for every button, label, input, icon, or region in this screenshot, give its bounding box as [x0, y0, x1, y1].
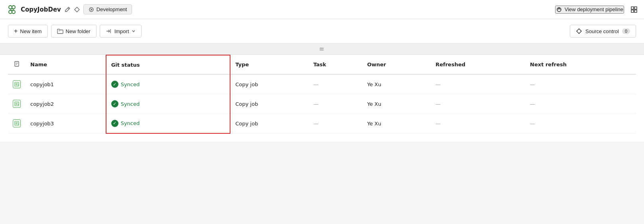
- copyjob-icon: [13, 80, 21, 88]
- synced-check-icon: ✓: [111, 100, 118, 107]
- row-task-cell: —: [309, 74, 362, 94]
- svg-point-2: [9, 10, 12, 14]
- table-row[interactable]: copyjob1 ✓ Synced Copy job—Ye Xu——: [8, 74, 636, 94]
- new-folder-button[interactable]: New folder: [51, 25, 97, 38]
- development-button[interactable]: Development: [83, 4, 132, 14]
- folder-icon: [57, 28, 63, 34]
- items-table: Name Git status Type Task Owner Refreshe…: [8, 55, 636, 134]
- source-control-button[interactable]: Source control 0: [570, 25, 636, 38]
- copyjob-icon: [13, 119, 21, 127]
- row-owner-cell: Ye Xu: [362, 114, 431, 133]
- resize-bar[interactable]: ≡: [0, 44, 644, 55]
- row-name-cell[interactable]: copyjob3: [26, 114, 106, 133]
- row-next-refresh-cell: —: [525, 94, 636, 114]
- svg-rect-10: [631, 7, 634, 9]
- col-header-git-status: Git status: [106, 55, 230, 74]
- plus-icon: +: [14, 28, 18, 34]
- apps-icon[interactable]: [630, 6, 638, 13]
- row-icon-cell: [8, 114, 26, 133]
- row-git-status-cell: ✓ Synced: [106, 114, 230, 133]
- view-pipeline-button[interactable]: View deployment pipeline: [555, 6, 624, 14]
- source-control-label: Source control: [585, 28, 619, 34]
- toolbar-left: + New item New folder Import: [8, 25, 142, 38]
- row-type-cell: Copy job: [230, 94, 308, 114]
- import-label: Import: [114, 28, 129, 34]
- row-refreshed-cell: —: [431, 114, 525, 133]
- row-owner-cell: Ye Xu: [362, 94, 431, 114]
- toolbar-right: Source control 0: [570, 25, 636, 38]
- row-refreshed-cell: —: [431, 74, 525, 94]
- new-item-button[interactable]: + New item: [8, 25, 48, 38]
- app-title: CopyJobDev: [21, 6, 61, 13]
- row-icon-cell: [8, 94, 26, 114]
- development-label: Development: [97, 6, 127, 12]
- synced-check-icon: ✓: [111, 120, 118, 127]
- chevron-down-icon: [132, 29, 136, 33]
- header-right: View deployment pipeline: [555, 6, 638, 14]
- table-row[interactable]: copyjob2 ✓ Synced Copy job—Ye Xu——: [8, 94, 636, 114]
- resize-handle-icon: ≡: [319, 45, 325, 53]
- svg-rect-12: [631, 10, 634, 12]
- svg-rect-13: [634, 10, 637, 12]
- synced-label: Synced: [121, 81, 140, 87]
- col-header-name: Name: [26, 55, 106, 74]
- row-next-refresh-cell: —: [525, 74, 636, 94]
- col-header-type: Type: [230, 55, 308, 74]
- svg-rect-15: [15, 61, 19, 66]
- copyjob-icon: [13, 100, 21, 108]
- import-button[interactable]: Import: [100, 25, 142, 38]
- app-logo-icon: [6, 4, 18, 15]
- row-git-status-cell: ✓ Synced: [106, 94, 230, 114]
- row-next-refresh-cell: —: [525, 114, 636, 133]
- source-control-icon: [576, 28, 582, 34]
- svg-rect-11: [634, 7, 637, 9]
- col-header-icon: [8, 55, 26, 74]
- row-name-cell[interactable]: copyjob2: [26, 94, 106, 114]
- svg-point-1: [12, 6, 15, 9]
- table-header-row: Name Git status Type Task Owner Refreshe…: [8, 55, 636, 74]
- header: CopyJobDev Development: [0, 0, 644, 19]
- source-control-badge: 0: [622, 28, 630, 34]
- svg-marker-7: [75, 7, 79, 12]
- diamond-icon[interactable]: [74, 6, 80, 13]
- table-row[interactable]: copyjob3 ✓ Synced Copy job—Ye Xu——: [8, 114, 636, 133]
- view-pipeline-label: View deployment pipeline: [565, 6, 623, 12]
- row-task-cell: —: [309, 114, 362, 133]
- header-left: CopyJobDev Development: [6, 4, 132, 15]
- svg-marker-14: [577, 29, 581, 34]
- new-item-label: New item: [20, 28, 41, 34]
- edit-icon[interactable]: [64, 6, 71, 13]
- import-icon: [106, 28, 112, 34]
- row-icon-cell: [8, 74, 26, 94]
- toolbar: + New item New folder Import S: [0, 19, 644, 44]
- row-git-status-cell: ✓ Synced: [106, 74, 230, 94]
- svg-point-0: [9, 6, 12, 9]
- synced-label: Synced: [121, 101, 140, 107]
- row-type-cell: Copy job: [230, 114, 308, 133]
- svg-point-3: [12, 10, 15, 14]
- new-folder-label: New folder: [66, 28, 91, 34]
- col-header-task: Task: [309, 55, 362, 74]
- row-task-cell: —: [309, 94, 362, 114]
- table-container: Name Git status Type Task Owner Refreshe…: [0, 55, 644, 142]
- synced-check-icon: ✓: [111, 81, 118, 88]
- row-refreshed-cell: —: [431, 94, 525, 114]
- synced-label: Synced: [121, 120, 140, 126]
- row-owner-cell: Ye Xu: [362, 74, 431, 94]
- col-header-refreshed: Refreshed: [431, 55, 525, 74]
- col-header-owner: Owner: [362, 55, 431, 74]
- row-name-cell[interactable]: copyjob1: [26, 74, 106, 94]
- row-type-cell: Copy job: [230, 74, 308, 94]
- col-header-next-refresh: Next refresh: [525, 55, 636, 74]
